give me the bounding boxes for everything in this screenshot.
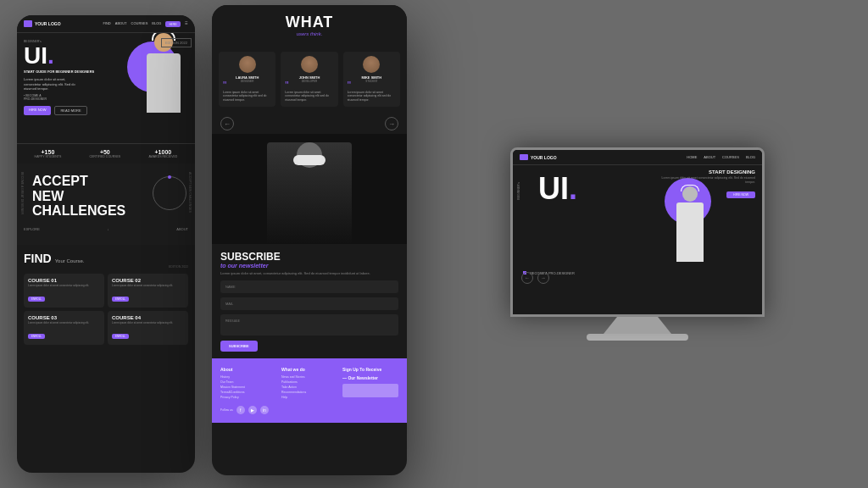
nav-courses[interactable]: COURSES (131, 21, 148, 27)
avatar-2 (301, 56, 318, 73)
course-card-2: COURSE 02 Lorem ipsum dolor sit amet con… (108, 274, 188, 308)
newsletter-input[interactable] (342, 384, 398, 397)
footer-col-signup: Sign Up To Receive — Our Newsletter (342, 367, 398, 401)
next-arrow-btn[interactable]: → (385, 117, 398, 130)
quote-mark-1: " (223, 83, 271, 88)
phone-nav: FIND ABOUT COURSES BLOG HIRE ☰ (103, 21, 188, 27)
what-subtitle: users think. (220, 31, 398, 36)
find-section: FIND Your Course. EDITION 2022 COURSE 01… (17, 245, 195, 352)
course-4-btn[interactable]: ENROLL (112, 334, 129, 339)
stat-label-students: HAPPY STUDENTS (35, 155, 62, 158)
footer-action[interactable]: Take Action (281, 385, 337, 389)
course-4-num: COURSE 04 (112, 315, 184, 320)
footer-terms[interactable]: Terms&Conditions (220, 391, 276, 394)
footer-team[interactable]: Our Team (220, 380, 276, 384)
course-3-btn[interactable]: ENROLL (28, 334, 45, 339)
person-glasses (293, 155, 326, 165)
linkedin-icon[interactable]: in (260, 406, 269, 414)
course-1-btn[interactable]: ENROLL (28, 297, 45, 302)
subscribe-section: SUBSCRIBE to our newsletter Lorem ipsum … (212, 244, 407, 358)
testi-3-quote: Lorem ipsum dolor sit amet consectetur a… (348, 91, 396, 103)
mon-nav-courses[interactable]: COURSES (722, 155, 739, 159)
middle-phone-mockup: WHAT users think. LAURA SMITH DESIGNER "… (212, 5, 407, 475)
monitor-hero-desc: Lorem ipsum dolor sit amet consectetur a… (654, 176, 755, 184)
subscribe-name-input[interactable] (220, 280, 398, 293)
monitor-logo: YOUR LOGO (520, 154, 557, 160)
footer-col-about-title: About (220, 367, 276, 372)
sidebar-text-left: BECOME A GREAT DESIGNER (20, 172, 24, 214)
monitor-stand (604, 317, 671, 334)
what-title: WHAT (220, 14, 398, 31)
phone-header: YOUR LOGO FIND ABOUT COURSES BLOG HIRE ☰ (17, 15, 195, 33)
footer-col-what: What we do News and Stories Publications… (281, 367, 337, 401)
testimonial-nav: ← → (212, 114, 407, 134)
find-title-row: FIND Your Course. (24, 252, 188, 265)
footer-mission[interactable]: Mission Statement (220, 385, 276, 389)
monitor-screen: YOUR LOGO HOME ABOUT COURSES BLOG BEGINN… (510, 147, 765, 317)
follow-text: Follow us (220, 408, 233, 412)
mon-nav-blog[interactable]: BLOG (746, 155, 755, 159)
youtube-icon[interactable]: ▶ (248, 406, 257, 414)
avatar-1-img (239, 56, 256, 73)
monitor-right-content: START DESIGNING Lorem ipsum dolor sit am… (654, 169, 755, 199)
course-3-desc: Lorem ipsum dolor sit amet consectetur a… (28, 322, 100, 325)
mon-nav-home[interactable]: HOME (687, 155, 697, 159)
avatar-2-img (301, 56, 318, 73)
quote-mark-3: " (348, 83, 396, 88)
monitor-hire-btn[interactable]: HIRE NOW (726, 191, 755, 198)
course-3-num: COURSE 03 (28, 315, 100, 320)
stat-label-awards: AWARDS RECEIVED (148, 155, 177, 158)
hire-btn[interactable]: HIRE NOW (24, 106, 51, 115)
nav-blog[interactable]: BLOG (152, 21, 161, 27)
prev-arrow-btn[interactable]: ← (220, 117, 234, 130)
nav-find[interactable]: FIND (103, 21, 110, 27)
footer-privacy[interactable]: Privacy Policy (220, 396, 276, 399)
hamburger-icon: ☰ (185, 21, 188, 27)
read-more-btn[interactable]: READ MORE (54, 106, 86, 115)
mon-nav-about[interactable]: ABOUT (704, 155, 715, 159)
facebook-icon[interactable]: f (236, 406, 245, 414)
subscribe-message-input[interactable] (220, 314, 398, 336)
footer-news[interactable]: News and Stories (281, 375, 337, 379)
phone-logo: YOUR LOGO (24, 20, 61, 27)
monitor-person-figure (669, 186, 711, 288)
hero-buttons: HIRE NOW READ MORE (24, 106, 188, 115)
footer-history[interactable]: History (220, 375, 276, 379)
subscribe-mail-input[interactable] (220, 297, 398, 310)
footer-help[interactable]: Help (281, 396, 337, 399)
footer-columns: About History Our Team Mission Statement… (220, 367, 398, 401)
nav-hire-btn[interactable]: HIRE (165, 21, 181, 27)
monitor-prev-arrow[interactable]: ← (521, 272, 533, 284)
testimonials-row: LAURA SMITH DESIGNER " Lorem ipsum dolor… (212, 45, 407, 114)
monitor-person-body (676, 202, 704, 262)
monitor-base (587, 334, 688, 341)
testimonial-3: MIKE SMITH STUDENT " Lorem ipsum dolor s… (343, 52, 400, 108)
subscribe-title: SUBSCRIBE (220, 251, 398, 263)
hero-title: UI. (24, 44, 188, 68)
logo-icon (24, 20, 32, 27)
hero-dot: . (47, 42, 54, 69)
course-card-4: COURSE 04 Lorem ipsum dolor sit amet con… (108, 311, 188, 345)
logo-text: YOUR LOGO (35, 21, 61, 26)
course-card-3: COURSE 03 Lorem ipsum dolor sit amet con… (24, 311, 104, 345)
monitor-next-arrow[interactable]: → (537, 272, 549, 284)
monitor-nav: HOME ABOUT COURSES BLOG (687, 155, 755, 159)
nav-about[interactable]: ABOUT (115, 21, 127, 27)
footer-social-row: Follow us f ▶ in (220, 406, 398, 414)
footer-recommendations[interactable]: Recommendations (281, 391, 337, 394)
footer-publications[interactable]: Publications (281, 380, 337, 384)
pro-text: PRO-DESIGNER (24, 97, 188, 101)
find-sub: Your Course. (55, 258, 85, 263)
footer-col-signup-sub: — Our Newsletter (342, 375, 398, 380)
footer-section: About History Our Team Mission Statement… (212, 358, 407, 423)
monitor-header: YOUR LOGO HOME ABOUT COURSES BLOG (513, 150, 762, 165)
subscribe-btn[interactable]: SUBSCRIBE (220, 341, 258, 352)
explore-about-row: EXPLORE ↓ ABOUT (24, 224, 188, 235)
course-2-desc: Lorem ipsum dolor sit amet consectetur a… (112, 285, 184, 288)
course-2-btn[interactable]: ENROLL (112, 297, 129, 302)
explore-link[interactable]: EXPLORE (24, 227, 40, 231)
stat-label-courses: CERTIFIED COURSES (89, 155, 120, 158)
about-link[interactable]: ABOUT (176, 227, 188, 231)
sidebar-text-right: ACCEPT NEW CHALLENGES (188, 172, 192, 213)
find-title: FIND (24, 252, 52, 265)
